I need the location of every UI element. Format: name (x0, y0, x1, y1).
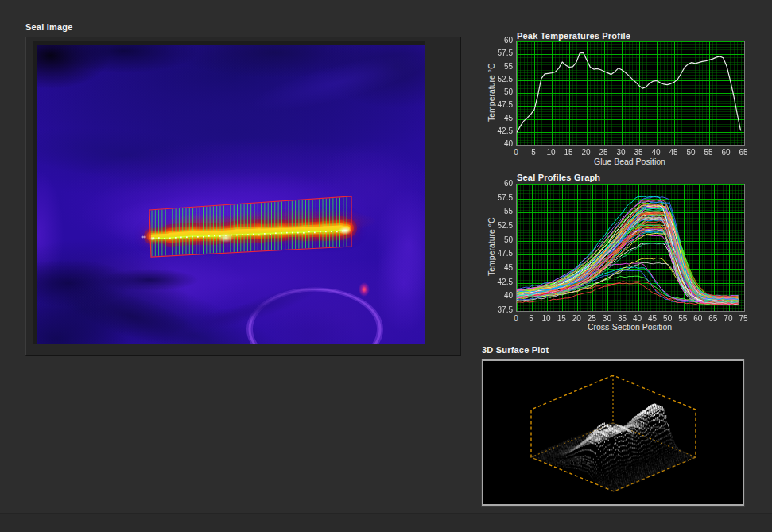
window-bottom-strip (0, 513, 772, 532)
y-tick-label: 60 (481, 36, 513, 45)
y-tick-label: 47.5 (481, 100, 513, 109)
x-tick-label: 65 (731, 148, 755, 157)
y-tick-label: 37.5 (481, 305, 513, 314)
surface-plot-frame (482, 359, 744, 506)
y-tick-label: 55 (481, 207, 513, 216)
surface-plot-title: 3D Surface Plot (482, 345, 549, 355)
seal-profiles-graph (516, 184, 745, 312)
peak-chart-title: Peak Temperatures Profile (517, 31, 630, 41)
y-tick-label: 52.5 (481, 221, 513, 230)
peak-chart-xlabel: Glue Bead Position (516, 157, 743, 166)
y-tick-label: 55 (481, 62, 513, 71)
y-tick-label: 57.5 (481, 193, 513, 202)
y-tick-label: 47.5 (481, 249, 513, 258)
thermal-image-display[interactable] (37, 45, 425, 344)
front-panel: Seal Image Peak Temperatures Profile Tem… (0, 0, 772, 532)
y-tick-label: 40 (481, 139, 513, 148)
peak-temperatures-graph (516, 41, 745, 146)
y-tick-label: 52.5 (481, 75, 513, 83)
y-tick-label: 50 (481, 87, 513, 96)
y-tick-label: 42.5 (481, 126, 513, 135)
y-tick-label: 45 (481, 114, 513, 122)
y-tick-label: 45 (481, 263, 513, 272)
surface-plot-display (483, 361, 743, 504)
y-tick-label: 40 (481, 291, 513, 300)
y-tick-label: 57.5 (481, 49, 513, 57)
y-tick-label: 42.5 (481, 278, 513, 286)
seal-image-frame (25, 37, 461, 356)
x-tick-label: 75 (731, 314, 755, 323)
profiles-chart-title: Seal Profiles Graph (517, 173, 600, 182)
seal-image-label: Seal Image (25, 22, 72, 32)
y-tick-label: 60 (481, 179, 513, 188)
y-tick-label: 50 (481, 235, 513, 244)
profiles-chart-xlabel: Cross-Section Position (516, 322, 743, 332)
seal-image-inner-bevel (33, 41, 425, 344)
